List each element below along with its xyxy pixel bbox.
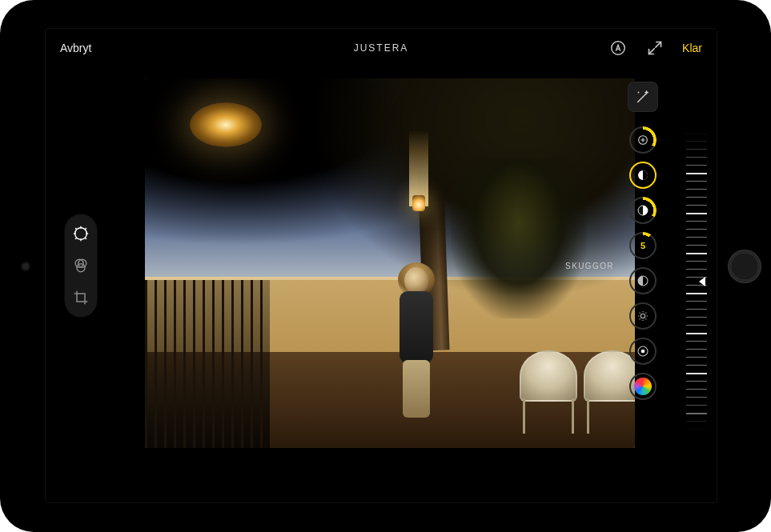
svg-point-5	[638, 92, 640, 94]
adjust-shadows[interactable]: 5	[629, 232, 657, 259]
done-button[interactable]: Klar	[682, 42, 702, 54]
top-bar: Avbryt JUSTERA Klar	[46, 29, 717, 67]
photo-chandelier	[409, 130, 428, 206]
tab-filters[interactable]	[71, 256, 90, 275]
photo-person	[395, 267, 438, 430]
top-right-group: Klar	[608, 38, 702, 58]
edit-mode-title: JUSTERA	[354, 42, 409, 54]
adjustment-label: SKUGGOR	[565, 262, 614, 270]
svg-point-0	[612, 42, 625, 55]
adjust-exposure[interactable]	[629, 126, 657, 154]
photo-tree-right-inner	[451, 158, 587, 318]
photo-chair	[512, 344, 585, 434]
tab-adjust[interactable]	[71, 224, 90, 243]
photo-gate	[145, 280, 270, 448]
adjust-brightness[interactable]	[629, 302, 657, 330]
adjust-slider[interactable]	[681, 133, 707, 430]
fullscreen-icon[interactable]	[645, 38, 665, 58]
ipad-frame: Avbryt JUSTERA Klar	[0, 0, 771, 532]
adjust-brilliance[interactable]	[629, 162, 657, 189]
slider-indicator-icon	[699, 277, 705, 286]
tab-crop[interactable]	[71, 288, 90, 307]
auto-enhance-button[interactable]	[628, 82, 658, 112]
photo-preview[interactable]	[145, 78, 635, 448]
front-camera	[22, 263, 29, 270]
photo-lamp	[190, 102, 262, 147]
photos-edit-screen: Avbryt JUSTERA Klar	[46, 29, 717, 502]
edit-category-tabs	[65, 214, 97, 317]
adjust-saturation[interactable]	[629, 373, 657, 400]
adjust-tool-column: 5	[622, 82, 664, 485]
markup-icon[interactable]	[608, 38, 628, 58]
adjust-highlights[interactable]	[629, 197, 657, 224]
adjust-black-point[interactable]	[629, 338, 657, 365]
home-button[interactable]	[728, 250, 761, 283]
cancel-button[interactable]: Avbryt	[60, 42, 91, 54]
adjust-contrast[interactable]	[629, 267, 657, 294]
